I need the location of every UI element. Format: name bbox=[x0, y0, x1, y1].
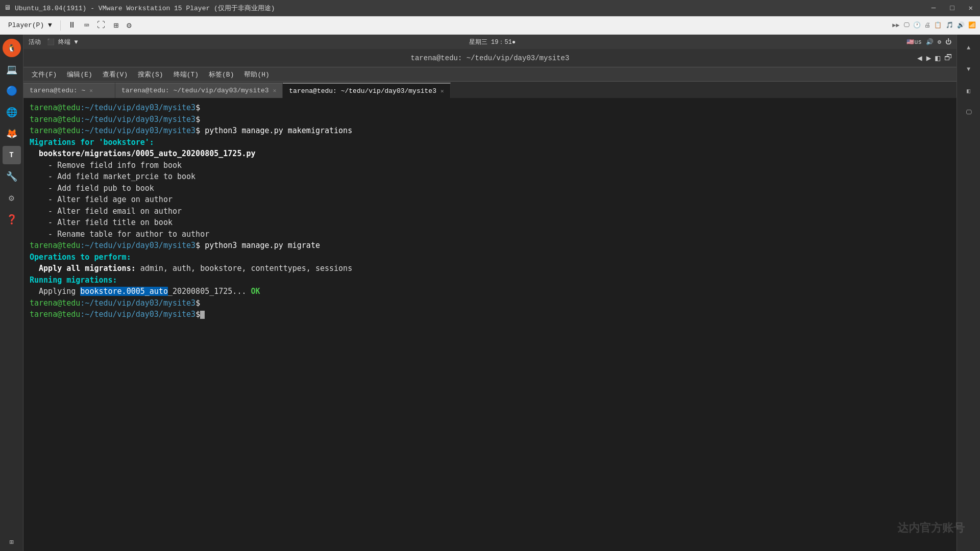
cmd-makemigrations: python3 manage.py makemigrations bbox=[200, 126, 352, 135]
titlebar-controls: ─ □ ✕ bbox=[928, 3, 976, 13]
migration-item-5: - Alter field email on author bbox=[30, 207, 182, 216]
titlebar-left: 🖥 Ubuntu_18.04(1911) - VMware Workstatio… bbox=[4, 4, 275, 13]
help-menu[interactable]: 帮助(H) bbox=[240, 69, 273, 80]
right-split[interactable]: ◧ bbox=[960, 82, 978, 100]
activities-button[interactable]: 活动 bbox=[29, 38, 41, 46]
view-menu[interactable]: 查看(V) bbox=[99, 69, 132, 80]
tab-0-label: tarena@tedu: ~ bbox=[30, 87, 85, 94]
right-scroll-down[interactable]: ▼ bbox=[960, 60, 978, 79]
unity-icon[interactable]: ⊞ bbox=[110, 18, 121, 33]
prompt-user-19: tarena@tedu bbox=[30, 310, 80, 319]
terminal-line-14: Operations to perform: bbox=[30, 252, 950, 263]
apply-all-migrations: Apply all migrations: bbox=[30, 264, 140, 273]
close-button[interactable]: ✕ bbox=[966, 3, 976, 13]
toolbar-separator bbox=[60, 20, 61, 31]
settings-sidebar-icon[interactable]: ⚙ bbox=[3, 189, 21, 207]
applying-suffix: _20200805_1725... bbox=[168, 287, 251, 296]
pause-icon[interactable]: ⏸ bbox=[65, 18, 79, 32]
titlebar: 🖥 Ubuntu_18.04(1911) - VMware Workstatio… bbox=[0, 0, 980, 16]
prompt-user-18: tarena@tedu bbox=[30, 298, 80, 308]
titlebar-title: Ubuntu_18.04(1911) - VMware Workstation … bbox=[15, 4, 275, 13]
terminal-resize-icon[interactable]: 🗗 bbox=[944, 53, 952, 63]
search-menu[interactable]: 搜索(S) bbox=[134, 69, 167, 80]
terminal-line-2: tarena@tedu:~/tedu/vip/day03/mysite3$ bbox=[30, 114, 950, 126]
terminal-scrollbar-down[interactable]: ▶ bbox=[926, 53, 932, 63]
terminal-scrollbar-up[interactable]: ◀ bbox=[917, 53, 922, 63]
ubuntu-topbar: 活动 ⬛ 终端 ▼ 星期三 19：51● 🇺🇸us 🔊 ⚙ ⏻ bbox=[23, 35, 957, 49]
app-icon: 🖥 bbox=[4, 4, 11, 12]
terminal-line-16: Running migrations: bbox=[30, 274, 950, 286]
tab-0-close[interactable]: ✕ bbox=[89, 87, 93, 94]
migration-item-4: - Alter field age on author bbox=[30, 195, 173, 204]
migration-item-7: - Rename table for author to author bbox=[30, 230, 209, 239]
pc-icon[interactable]: 💻 bbox=[3, 60, 21, 79]
tab-bar: tarena@tedu: ~ ✕ tarena@tedu: ~/tedu/vip… bbox=[23, 82, 957, 98]
ubuntu-topbar-right: 🇺🇸us 🔊 ⚙ ⏻ bbox=[906, 38, 951, 46]
prompt-path-3: :~/tedu/vip/day03/mysite3 bbox=[80, 126, 195, 135]
terminal-line-19: tarena@tedu:~/tedu/vip/day03/mysite3$ bbox=[30, 309, 950, 320]
right-scroll-up[interactable]: ▲ bbox=[960, 39, 978, 57]
ubuntu-icon[interactable]: 🐧 bbox=[3, 39, 21, 57]
tab-1[interactable]: tarena@tedu: ~/tedu/vip/day03/mysite3 ✕ bbox=[115, 83, 283, 98]
tools-icon[interactable]: 🔧 bbox=[3, 167, 21, 186]
migrations-header: Migrations for 'bookstore': bbox=[30, 138, 154, 147]
right-monitor[interactable]: 🖵 bbox=[960, 103, 978, 121]
ok-status: OK bbox=[251, 287, 260, 296]
edit-menu[interactable]: 编辑(E) bbox=[63, 69, 96, 80]
settings-icon[interactable]: ⚙ bbox=[124, 18, 135, 33]
tab-0[interactable]: tarena@tedu: ~ ✕ bbox=[23, 83, 115, 98]
terminal-menu-button[interactable]: ⬛ 终端 ▼ bbox=[47, 38, 78, 46]
terminal-menu-item[interactable]: 终端(T) bbox=[169, 69, 203, 80]
send-ctrl-alt-del-icon[interactable]: ⌨ bbox=[81, 18, 92, 33]
running-migrations-header: Running migrations: bbox=[30, 276, 117, 285]
firefox-icon[interactable]: 🦊 bbox=[3, 124, 21, 143]
vmware-right-icons: ▶▶ 🖵 🕐 🖨 📋 🎵 🔊 📶 bbox=[892, 21, 976, 29]
terminal-line-15: Apply all migrations: admin, auth, books… bbox=[30, 263, 950, 274]
tab-2[interactable]: tarena@tedu: ~/tedu/vip/day03/mysite3 ✕ bbox=[283, 83, 450, 98]
prompt-user-1: tarena@tedu bbox=[30, 103, 80, 112]
prompt-user-13: tarena@tedu bbox=[30, 241, 80, 250]
terminal-line-13: tarena@tedu:~/tedu/vip/day03/mysite3$ py… bbox=[30, 240, 950, 252]
terminal-content[interactable]: tarena@tedu:~/tedu/vip/day03/mysite3$ ta… bbox=[23, 98, 957, 551]
prompt-dollar-18: $ bbox=[195, 298, 200, 308]
migration-file: bookstore/migrations/0005_auto_20200805_… bbox=[30, 149, 256, 158]
terminal-line-6: - Remove field info from book bbox=[30, 160, 950, 171]
tabs-menu[interactable]: 标签(B) bbox=[205, 69, 238, 80]
vscode-icon[interactable]: 🔵 bbox=[3, 82, 21, 100]
prompt-dollar-3: $ bbox=[195, 126, 200, 135]
tab-2-label: tarena@tedu: ~/tedu/vip/day03/mysite3 bbox=[289, 87, 436, 95]
grid-icon[interactable]: ⊞ bbox=[3, 533, 21, 551]
fit-guest-icon[interactable]: ⛶ bbox=[94, 18, 108, 32]
power-icon[interactable]: ⏻ bbox=[945, 38, 951, 46]
terminal-split-icon[interactable]: ◧ bbox=[935, 53, 940, 63]
applying-highlight: bookstore.0005_auto bbox=[80, 287, 168, 296]
help-icon[interactable]: ❓ bbox=[3, 210, 21, 229]
operations-header: Operations to perform: bbox=[30, 253, 131, 262]
player-menu[interactable]: Player(P) ▼ bbox=[4, 19, 56, 31]
right-panel: ▲ ▼ ◧ 🖵 bbox=[957, 35, 980, 551]
prompt-user-3: tarena@tedu bbox=[30, 126, 80, 135]
prompt-path-19: :~/tedu/vip/day03/mysite3 bbox=[80, 310, 195, 319]
terminal-line-11: - Alter field title on book bbox=[30, 217, 950, 229]
sound-icon[interactable]: 🔊 bbox=[926, 38, 934, 46]
terminal-line-3: tarena@tedu:~/tedu/vip/day03/mysite3$ py… bbox=[30, 125, 950, 137]
terminal-line-10: - Alter field email on author bbox=[30, 206, 950, 217]
system-menu-icon[interactable]: ⚙ bbox=[938, 38, 941, 46]
ubuntu-topbar-left: 活动 ⬛ 终端 ▼ bbox=[29, 38, 78, 46]
maximize-button[interactable]: □ bbox=[947, 3, 957, 13]
prompt-dollar-2: $ bbox=[195, 115, 200, 124]
file-menu[interactable]: 文件(F) bbox=[28, 69, 61, 80]
text-editor-icon[interactable]: T bbox=[3, 146, 21, 164]
terminal-window-title: tarena@tedu: ~/tedu/vip/day03/mysite3 bbox=[411, 54, 570, 62]
tab-2-close[interactable]: ✕ bbox=[440, 88, 444, 94]
prompt-path-2: :~/tedu/vip/day03/mysite3 bbox=[80, 115, 195, 124]
prompt-path-18: :~/tedu/vip/day03/mysite3 bbox=[80, 298, 195, 308]
prompt-dollar-13: $ bbox=[195, 241, 200, 250]
minimize-button[interactable]: ─ bbox=[928, 3, 939, 13]
language-indicator[interactable]: 🇺🇸us bbox=[906, 38, 921, 46]
terminal-main: 活动 ⬛ 终端 ▼ 星期三 19：51● 🇺🇸us 🔊 ⚙ ⏻ tarena@t… bbox=[23, 35, 957, 551]
migration-item-3: - Add field pub to book bbox=[30, 184, 154, 193]
tab-1-close[interactable]: ✕ bbox=[273, 87, 277, 94]
chrome-icon[interactable]: 🌐 bbox=[3, 103, 21, 121]
terminal-line-12: - Rename table for author to author bbox=[30, 229, 950, 240]
